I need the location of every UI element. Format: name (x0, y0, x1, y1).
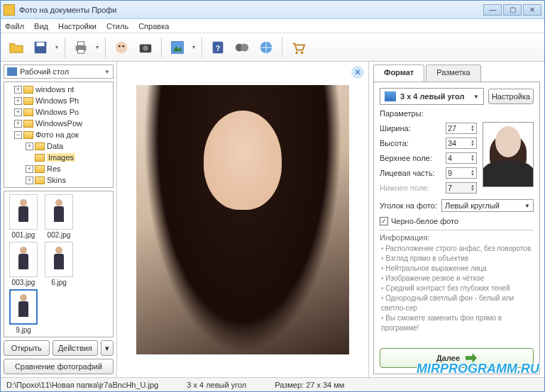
compare-button[interactable]: Сравнение фотографий (4, 359, 114, 374)
tab-layout[interactable]: Разметка (426, 65, 481, 82)
width-label: Ширина: (380, 124, 446, 133)
thumbnail[interactable]: 001.jpg (7, 194, 40, 239)
tree-item[interactable]: Images (6, 152, 111, 163)
thumbnail-grid: 001.jpg002.jpg003.jpg6.jpg9.jpg (4, 191, 114, 337)
sample-photo (483, 122, 534, 187)
menu-help[interactable]: Справка (138, 22, 169, 30)
actions-button[interactable]: Действия (53, 340, 99, 356)
info-item: Взгляд прямо в объектив (381, 254, 534, 264)
svg-point-5 (116, 41, 128, 53)
tree-item[interactable]: −Фото на док (6, 129, 111, 140)
svg-point-18 (301, 51, 304, 54)
tree-item[interactable]: +Data (6, 140, 111, 152)
svg-rect-4 (77, 49, 84, 53)
svg-point-17 (295, 51, 298, 54)
web-icon[interactable] (255, 36, 277, 59)
folder-tree[interactable]: +windows nt+Windows Ph+Windows Po+Window… (4, 82, 114, 188)
thumbnail[interactable]: 6.jpg (43, 242, 75, 286)
height-input[interactable]: 34▲▼ (446, 138, 477, 149)
open-icon[interactable] (5, 36, 28, 59)
photo-icon[interactable] (166, 36, 189, 59)
app-icon (4, 4, 15, 16)
right-panel: Формат Разметка 3 x 4 левый угол ▼ Настр… (368, 62, 544, 377)
tree-item[interactable]: +Windows Po (6, 106, 111, 118)
status-format: 3 x 4 левый угол (187, 381, 246, 389)
menubar: Файл Вид Настройки Стиль Справка (1, 19, 544, 33)
preview-area: ✕ (117, 62, 368, 377)
info-header: Информация: (380, 233, 534, 242)
svg-point-6 (119, 45, 121, 47)
bottom-input: 7▲▼ (446, 182, 477, 194)
svg-rect-1 (37, 42, 45, 45)
tab-format[interactable]: Формат (373, 65, 424, 82)
format-selector[interactable]: 3 x 4 левый угол ▼ (380, 88, 484, 105)
close-preview-icon[interactable]: ✕ (351, 66, 364, 79)
thumbnail[interactable]: 9.jpg (7, 289, 40, 334)
svg-point-7 (122, 45, 124, 47)
tree-item[interactable]: +WindowsPow (6, 118, 111, 129)
cart-icon[interactable] (287, 36, 309, 59)
minimize-button[interactable]: — (483, 4, 502, 16)
top-input[interactable]: 4▲▼ (446, 152, 477, 164)
save-dropdown[interactable]: ▾ (53, 44, 60, 50)
photo-preview[interactable] (136, 85, 349, 354)
desktop-icon (7, 67, 17, 76)
open-button[interactable]: Открыть (4, 340, 50, 356)
print-dropdown[interactable]: ▾ (94, 44, 101, 50)
face-input[interactable]: 9▲▼ (446, 167, 477, 179)
print-icon[interactable] (70, 36, 92, 59)
bottom-label: Нижнее поле: (380, 184, 446, 192)
format-name: 3 x 4 левый угол (400, 92, 464, 101)
tree-item[interactable]: +Res (6, 163, 111, 174)
settings-button[interactable]: Настройка (488, 89, 534, 104)
close-button[interactable]: ✕ (523, 4, 541, 16)
svg-text:?: ? (216, 44, 220, 52)
bw-checkbox[interactable]: ✓Черно-белое фото (380, 217, 534, 225)
statusbar: D:\Прохо\11\Новая папка\jr7aBncHh_U.jpg … (1, 377, 544, 391)
svg-rect-3 (77, 41, 84, 45)
svg-point-9 (143, 45, 148, 50)
menu-settings[interactable]: Настройки (58, 22, 97, 30)
status-size: Размер: 27 x 34 мм (275, 381, 344, 389)
height-label: Высота: (380, 139, 446, 147)
tree-item[interactable]: +Skins (6, 174, 111, 186)
watermark: MIRPROGRAMM.RU (417, 362, 539, 376)
tree-item[interactable]: +windows nt (6, 84, 111, 95)
info-item: Нейтральное выражение лица (381, 264, 534, 274)
help-icon[interactable]: ? (207, 36, 229, 59)
titlebar[interactable]: Фото на документы Профи — ▢ ✕ (1, 1, 544, 19)
save-icon[interactable] (29, 36, 52, 59)
menu-file[interactable]: Файл (5, 22, 24, 30)
tree-item[interactable]: +Windows Ph (6, 95, 111, 106)
folder-selector-label: Рабочий стол (20, 67, 69, 76)
toolbar: ▾ ▾ ▾ ? (1, 33, 544, 62)
camera-icon[interactable] (134, 36, 157, 59)
info-item: Средний контраст без глубоких теней (381, 284, 534, 293)
params-label: Параметры: (380, 109, 534, 118)
tree-item[interactable]: Template (6, 186, 111, 188)
info-item: Расположение строго анфас, без поворотов (381, 244, 534, 254)
maximize-button[interactable]: ▢ (503, 4, 522, 16)
top-label: Верхнее поле: (380, 154, 446, 162)
info-item: Изображение резкое и чёткое (381, 274, 534, 284)
app-window: Фото на документы Профи — ▢ ✕ Файл Вид Н… (0, 0, 545, 392)
window-title: Фото на документы Профи (19, 6, 483, 14)
retouch-icon[interactable] (110, 36, 133, 59)
format-icon (385, 91, 396, 101)
info-item: Однородный светлый фон - белый или светл… (381, 293, 534, 313)
width-input[interactable]: 27▲▼ (446, 123, 477, 134)
status-path: D:\Прохо\11\Новая папка\jr7aBncHh_U.jpg (6, 381, 158, 389)
corner-select[interactable]: Левый круглый▼ (441, 199, 534, 212)
thumbnail[interactable]: 003.jpg (7, 242, 40, 286)
left-panel: Рабочий стол ▼ +windows nt+Windows Ph+Wi… (1, 62, 117, 377)
photo-dropdown[interactable]: ▾ (190, 44, 197, 50)
info-list: Расположение строго анфас, без поворотов… (380, 244, 534, 333)
svg-point-15 (241, 43, 248, 51)
video-icon[interactable] (231, 36, 253, 59)
face-label: Лицевая часть: (380, 169, 446, 177)
actions-dropdown[interactable]: ▾ (101, 340, 114, 356)
menu-view[interactable]: Вид (34, 22, 48, 30)
thumbnail[interactable]: 002.jpg (43, 194, 75, 239)
folder-selector[interactable]: Рабочий стол ▼ (4, 65, 114, 79)
menu-style[interactable]: Стиль (106, 22, 128, 30)
